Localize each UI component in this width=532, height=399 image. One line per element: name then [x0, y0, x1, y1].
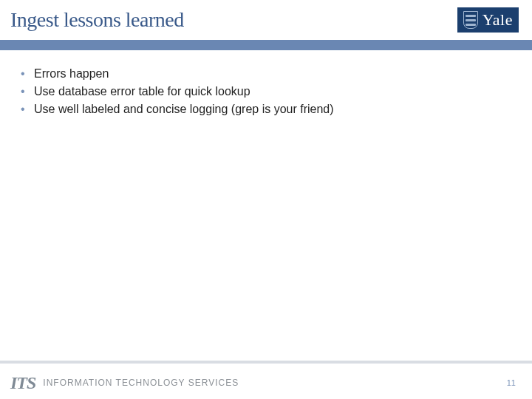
- slide-header: Ingest lessons learned Yale: [0, 0, 532, 40]
- brand-logo: Yale: [457, 7, 519, 33]
- its-logo-icon: ITS: [10, 373, 35, 393]
- bullet-list: Errors happen Use database error table f…: [16, 65, 516, 118]
- page-number: 11: [507, 378, 516, 387]
- its-label: INFORMATION TECHNOLOGY SERVICES: [43, 378, 239, 388]
- list-item: Use well labeled and concise logging (gr…: [16, 100, 516, 118]
- footer-divider: [0, 361, 532, 364]
- slide-title: Ingest lessons learned: [10, 8, 184, 32]
- list-item: Use database error table for quick looku…: [16, 83, 516, 100]
- shield-icon: [463, 11, 478, 29]
- list-item: Errors happen: [16, 65, 516, 83]
- slide-content: Errors happen Use database error table f…: [0, 50, 532, 118]
- header-underline: [0, 40, 532, 50]
- brand-text: Yale: [482, 10, 513, 30]
- slide-footer: ITS INFORMATION TECHNOLOGY SERVICES 11: [0, 366, 532, 399]
- its-branding: ITS INFORMATION TECHNOLOGY SERVICES: [10, 373, 239, 393]
